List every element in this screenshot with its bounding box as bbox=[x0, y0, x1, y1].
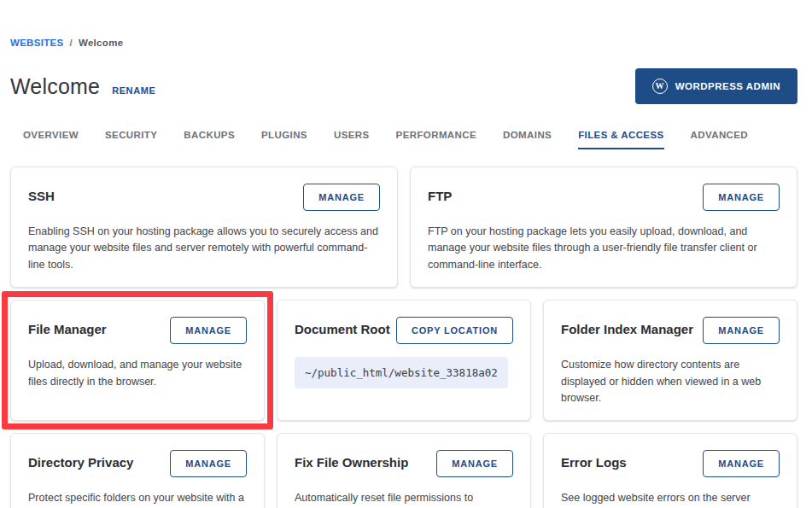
breadcrumb-current: Welcome bbox=[79, 38, 123, 48]
breadcrumb: WEBSITES / Welcome bbox=[10, 38, 797, 48]
rename-button[interactable]: RENAME bbox=[112, 85, 155, 96]
ssh-card-description: Enabling SSH on your hosting package all… bbox=[28, 224, 380, 273]
tab-security[interactable]: SECURITY bbox=[105, 130, 157, 149]
document-root-card: Document Root COPY LOCATION ~/public_htm… bbox=[277, 300, 531, 421]
wordpress-icon: W bbox=[652, 79, 668, 94]
page-header: Welcome RENAME W WORDPRESS ADMIN bbox=[10, 68, 797, 104]
wordpress-admin-label: WORDPRESS ADMIN bbox=[675, 81, 780, 91]
document-root-card-title: Document Root bbox=[295, 317, 390, 336]
tab-plugins[interactable]: PLUGINS bbox=[261, 130, 307, 149]
ssh-card: SSH MANAGE Enabling SSH on your hosting … bbox=[10, 166, 398, 288]
ftp-card: FTP MANAGE FTP on your hosting package l… bbox=[410, 166, 797, 288]
wordpress-admin-button[interactable]: W WORDPRESS ADMIN bbox=[635, 68, 797, 104]
error-logs-manage-button[interactable]: MANAGE bbox=[703, 450, 780, 477]
directory-privacy-card: Directory Privacy MANAGE Protect specifi… bbox=[10, 433, 265, 508]
tab-files-access[interactable]: FILES & ACCESS bbox=[578, 130, 663, 149]
tab-performance[interactable]: PERFORMANCE bbox=[396, 130, 477, 149]
directory-privacy-card-title: Directory Privacy bbox=[28, 450, 133, 470]
ssh-manage-button[interactable]: MANAGE bbox=[303, 184, 380, 211]
files-access-page: WEBSITES / Welcome Welcome RENAME W WORD… bbox=[0, 0, 812, 508]
cards-row-2: File Manager MANAGE Upload, download, an… bbox=[10, 300, 797, 421]
fix-file-ownership-card-title: Fix File Ownership bbox=[295, 450, 408, 470]
fix-file-ownership-card: Fix File Ownership MANAGE Automatically … bbox=[277, 433, 531, 508]
page-title: Welcome bbox=[10, 74, 100, 99]
fix-file-ownership-manage-button[interactable]: MANAGE bbox=[436, 450, 513, 477]
ssh-card-title: SSH bbox=[28, 184, 55, 203]
ftp-manage-button[interactable]: MANAGE bbox=[703, 184, 780, 211]
directory-privacy-description: Protect specific folders on your website… bbox=[28, 490, 247, 508]
directory-privacy-manage-button[interactable]: MANAGE bbox=[170, 450, 247, 477]
file-manager-card-description: Upload, download, and manage your websit… bbox=[28, 357, 247, 390]
ftp-card-description: FTP on your hosting package lets you eas… bbox=[428, 224, 780, 273]
cards-row-3: Directory Privacy MANAGE Protect specifi… bbox=[10, 433, 797, 508]
breadcrumb-websites-link[interactable]: WEBSITES bbox=[10, 38, 63, 48]
file-manager-manage-button[interactable]: MANAGE bbox=[170, 317, 247, 344]
ftp-card-title: FTP bbox=[428, 184, 452, 203]
file-manager-card-title: File Manager bbox=[28, 317, 107, 336]
tab-domains[interactable]: DOMAINS bbox=[503, 130, 552, 149]
file-manager-card: File Manager MANAGE Upload, download, an… bbox=[10, 300, 265, 421]
error-logs-card: Error Logs MANAGE See logged website err… bbox=[543, 433, 797, 508]
fix-file-ownership-description: Automatically reset file permissions to … bbox=[295, 490, 513, 508]
error-logs-description: See logged website errors on the server bbox=[561, 490, 780, 506]
tab-backups[interactable]: BACKUPS bbox=[184, 130, 235, 149]
folder-index-manager-card: Folder Index Manager MANAGE Customize ho… bbox=[543, 300, 797, 421]
tab-overview[interactable]: OVERVIEW bbox=[23, 130, 79, 149]
document-root-path: ~/public_html/website_33818a02 bbox=[295, 357, 508, 388]
cards-row-1: SSH MANAGE Enabling SSH on your hosting … bbox=[10, 166, 797, 288]
breadcrumb-separator: / bbox=[69, 38, 73, 48]
error-logs-card-title: Error Logs bbox=[561, 450, 627, 470]
folder-index-manage-button[interactable]: MANAGE bbox=[703, 317, 780, 344]
copy-location-button[interactable]: COPY LOCATION bbox=[396, 317, 513, 344]
tab-bar: OVERVIEW SECURITY BACKUPS PLUGINS USERS … bbox=[10, 130, 797, 149]
tab-users[interactable]: USERS bbox=[334, 130, 370, 149]
folder-index-manager-card-title: Folder Index Manager bbox=[561, 317, 693, 336]
folder-index-manager-description: Customize how directory contents are dis… bbox=[561, 357, 780, 406]
tab-advanced[interactable]: ADVANCED bbox=[691, 130, 749, 149]
